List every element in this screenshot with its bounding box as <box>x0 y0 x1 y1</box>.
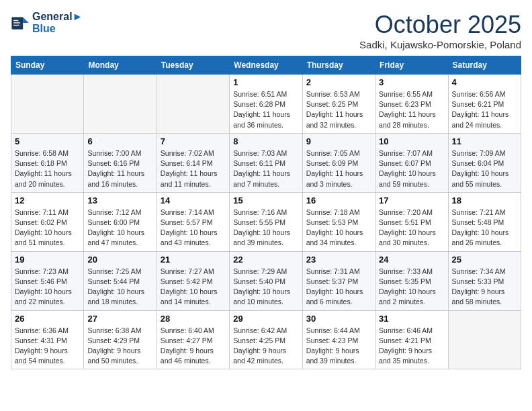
day-cell: 26Sunrise: 6:36 AMSunset: 4:31 PMDayligh… <box>11 310 84 369</box>
day-cell: 11Sunrise: 7:09 AMSunset: 6:04 PMDayligh… <box>448 133 521 192</box>
day-cell: 21Sunrise: 7:27 AMSunset: 5:42 PMDayligh… <box>157 251 229 310</box>
daylight-text: Daylight: 10 hours and 30 minutes. <box>379 228 444 248</box>
month-title: October 2025 <box>359 11 521 39</box>
day-number: 6 <box>87 136 152 146</box>
day-number: 8 <box>233 136 298 146</box>
sunrise-text: Sunrise: 6:44 AM <box>306 326 371 336</box>
sunset-text: Sunset: 5:46 PM <box>15 277 80 287</box>
day-info: Sunrise: 7:11 AMSunset: 6:02 PMDaylight:… <box>15 208 80 248</box>
svg-marker-1 <box>23 17 28 23</box>
day-cell: 18Sunrise: 7:21 AMSunset: 5:48 PMDayligh… <box>448 192 521 251</box>
svg-rect-3 <box>13 23 20 24</box>
daylight-text: Daylight: 11 hours and 7 minutes. <box>233 169 298 189</box>
day-number: 9 <box>306 136 371 146</box>
day-info: Sunrise: 6:44 AMSunset: 4:23 PMDaylight:… <box>306 326 371 367</box>
day-info: Sunrise: 6:51 AMSunset: 6:28 PMDaylight:… <box>233 89 298 130</box>
day-number: 3 <box>379 77 444 87</box>
sunset-text: Sunset: 5:51 PM <box>379 218 444 228</box>
logo-text: General► Blue <box>32 11 83 36</box>
day-number: 29 <box>233 314 298 324</box>
day-info: Sunrise: 7:33 AMSunset: 5:35 PMDaylight:… <box>379 267 444 308</box>
weekday-header-thursday: Thursday <box>302 56 375 75</box>
day-cell: 5Sunrise: 6:58 AMSunset: 6:18 PMDaylight… <box>11 133 84 192</box>
day-number: 13 <box>87 195 152 205</box>
sunrise-text: Sunrise: 7:23 AM <box>15 267 80 277</box>
day-info: Sunrise: 7:25 AMSunset: 5:44 PMDaylight:… <box>87 267 152 308</box>
day-cell <box>157 75 229 134</box>
day-cell: 12Sunrise: 7:11 AMSunset: 6:02 PMDayligh… <box>11 192 84 251</box>
sunset-text: Sunset: 5:55 PM <box>233 218 298 228</box>
day-info: Sunrise: 6:56 AMSunset: 6:21 PMDaylight:… <box>452 89 517 130</box>
day-info: Sunrise: 7:31 AMSunset: 5:37 PMDaylight:… <box>306 267 371 308</box>
sunset-text: Sunset: 5:40 PM <box>233 277 298 287</box>
day-cell: 23Sunrise: 7:31 AMSunset: 5:37 PMDayligh… <box>302 251 375 310</box>
daylight-text: Daylight: 10 hours and 2 minutes. <box>379 287 444 307</box>
sunrise-text: Sunrise: 7:25 AM <box>87 267 152 277</box>
daylight-text: Daylight: 11 hours and 28 minutes. <box>379 109 444 130</box>
daylight-text: Daylight: 10 hours and 26 minutes. <box>452 228 517 248</box>
sunset-text: Sunset: 6:16 PM <box>87 158 152 169</box>
sunrise-text: Sunrise: 6:51 AM <box>233 89 298 99</box>
day-cell: 30Sunrise: 6:44 AMSunset: 4:23 PMDayligh… <box>302 310 375 369</box>
weekday-header-friday: Friday <box>375 56 448 75</box>
daylight-text: Daylight: 10 hours and 55 minutes. <box>452 169 517 189</box>
sunset-text: Sunset: 6:11 PM <box>233 158 298 169</box>
sunrise-text: Sunrise: 6:46 AM <box>379 326 444 336</box>
day-cell: 17Sunrise: 7:20 AMSunset: 5:51 PMDayligh… <box>375 192 448 251</box>
sunset-text: Sunset: 5:33 PM <box>452 277 517 287</box>
week-row-2: 5Sunrise: 6:58 AMSunset: 6:18 PMDaylight… <box>11 133 521 192</box>
sunrise-text: Sunrise: 7:20 AM <box>379 208 444 218</box>
sunrise-text: Sunrise: 7:16 AM <box>233 208 298 218</box>
sunset-text: Sunset: 5:37 PM <box>306 277 371 287</box>
sunrise-text: Sunrise: 6:56 AM <box>452 89 517 99</box>
daylight-text: Daylight: 11 hours and 3 minutes. <box>306 169 371 189</box>
sunrise-text: Sunrise: 7:21 AM <box>452 208 517 218</box>
sunset-text: Sunset: 4:23 PM <box>306 336 371 346</box>
day-info: Sunrise: 7:20 AMSunset: 5:51 PMDaylight:… <box>379 208 444 248</box>
day-number: 24 <box>379 255 444 265</box>
day-cell: 31Sunrise: 6:46 AMSunset: 4:21 PMDayligh… <box>375 310 448 369</box>
day-info: Sunrise: 7:23 AMSunset: 5:46 PMDaylight:… <box>15 267 80 308</box>
day-number: 19 <box>15 255 80 265</box>
sunset-text: Sunset: 5:57 PM <box>161 218 226 228</box>
weekday-header-tuesday: Tuesday <box>157 56 229 75</box>
sunset-text: Sunset: 6:09 PM <box>306 158 371 169</box>
day-info: Sunrise: 6:46 AMSunset: 4:21 PMDaylight:… <box>379 326 444 367</box>
day-info: Sunrise: 6:36 AMSunset: 4:31 PMDaylight:… <box>15 326 80 367</box>
day-cell: 20Sunrise: 7:25 AMSunset: 5:44 PMDayligh… <box>84 251 157 310</box>
daylight-text: Daylight: 9 hours and 54 minutes. <box>15 346 80 366</box>
daylight-text: Daylight: 9 hours and 46 minutes. <box>161 346 226 366</box>
daylight-text: Daylight: 9 hours and 39 minutes. <box>306 346 371 366</box>
daylight-text: Daylight: 9 hours and 42 minutes. <box>233 346 298 366</box>
day-number: 25 <box>452 255 517 265</box>
day-cell: 27Sunrise: 6:38 AMSunset: 4:29 PMDayligh… <box>84 310 157 369</box>
day-cell: 16Sunrise: 7:18 AMSunset: 5:53 PMDayligh… <box>302 192 375 251</box>
day-cell: 24Sunrise: 7:33 AMSunset: 5:35 PMDayligh… <box>375 251 448 310</box>
day-cell: 13Sunrise: 7:12 AMSunset: 6:00 PMDayligh… <box>84 192 157 251</box>
day-number: 31 <box>379 314 444 324</box>
daylight-text: Daylight: 10 hours and 59 minutes. <box>379 169 444 189</box>
day-number: 15 <box>233 195 298 205</box>
sunset-text: Sunset: 6:14 PM <box>161 158 226 169</box>
day-info: Sunrise: 7:02 AMSunset: 6:14 PMDaylight:… <box>161 148 226 189</box>
daylight-text: Daylight: 10 hours and 10 minutes. <box>233 287 298 307</box>
sunrise-text: Sunrise: 7:31 AM <box>306 267 371 277</box>
day-number: 4 <box>452 77 517 87</box>
sunrise-text: Sunrise: 7:11 AM <box>15 208 80 218</box>
sunrise-text: Sunrise: 7:33 AM <box>379 267 444 277</box>
sunset-text: Sunset: 4:31 PM <box>15 336 80 346</box>
title-block: October 2025 Sadki, Kujawsko-Pomorskie, … <box>359 11 521 50</box>
day-info: Sunrise: 6:53 AMSunset: 6:25 PMDaylight:… <box>306 89 371 130</box>
day-info: Sunrise: 7:29 AMSunset: 5:40 PMDaylight:… <box>233 267 298 308</box>
sunset-text: Sunset: 5:35 PM <box>379 277 444 287</box>
week-row-4: 19Sunrise: 7:23 AMSunset: 5:46 PMDayligh… <box>11 251 521 310</box>
day-info: Sunrise: 6:42 AMSunset: 4:25 PMDaylight:… <box>233 326 298 367</box>
sunrise-text: Sunrise: 6:58 AM <box>15 148 80 158</box>
day-info: Sunrise: 7:27 AMSunset: 5:42 PMDaylight:… <box>161 267 226 308</box>
day-info: Sunrise: 7:18 AMSunset: 5:53 PMDaylight:… <box>306 208 371 248</box>
day-number: 27 <box>87 314 152 324</box>
day-number: 21 <box>161 255 226 265</box>
logo: General► Blue <box>11 11 83 36</box>
day-cell: 22Sunrise: 7:29 AMSunset: 5:40 PMDayligh… <box>230 251 302 310</box>
day-number: 1 <box>233 77 298 87</box>
